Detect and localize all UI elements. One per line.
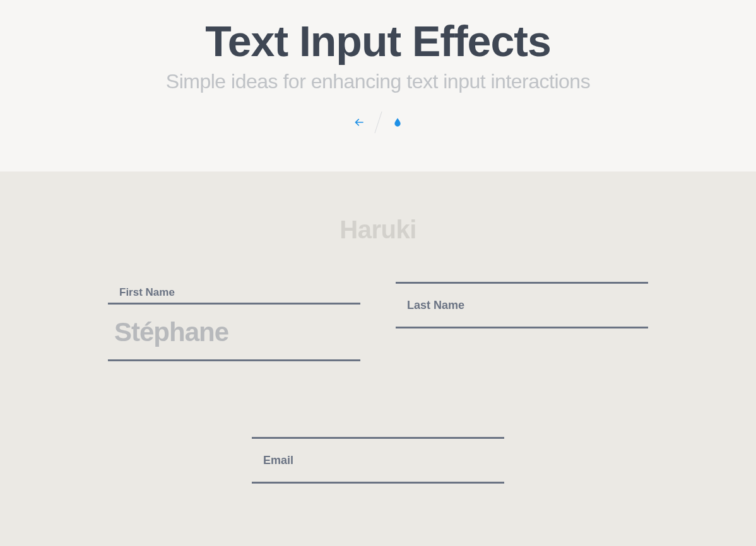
- first-name-input[interactable]: [108, 317, 360, 347]
- drop-icon: [393, 116, 403, 129]
- hero-header: Text Input Effects Simple ideas for enha…: [0, 0, 756, 171]
- last-name-label: Last Name: [396, 299, 464, 312]
- page-title: Text Input Effects: [13, 19, 743, 64]
- section-title: Haruki: [25, 216, 731, 244]
- arrow-left-icon: [353, 116, 365, 129]
- page-subtitle: Simple ideas for enhancing text input in…: [13, 70, 743, 93]
- section-haruki: Haruki First Name Last Name Email: [0, 171, 756, 546]
- email-field[interactable]: Email: [252, 437, 504, 484]
- theme-link[interactable]: [390, 115, 405, 130]
- first-name-input-area: [108, 305, 360, 361]
- fields-row-2: Email: [25, 437, 731, 484]
- last-name-field[interactable]: Last Name: [396, 282, 648, 328]
- first-name-label: First Name: [108, 286, 175, 299]
- nav-icons: [13, 111, 743, 134]
- first-name-label-area: First Name: [108, 282, 360, 305]
- back-link[interactable]: [351, 115, 367, 130]
- nav-divider: [374, 112, 382, 134]
- fields-row-1: First Name Last Name: [44, 282, 712, 361]
- email-label: Email: [252, 454, 293, 467]
- first-name-field[interactable]: First Name: [108, 282, 360, 361]
